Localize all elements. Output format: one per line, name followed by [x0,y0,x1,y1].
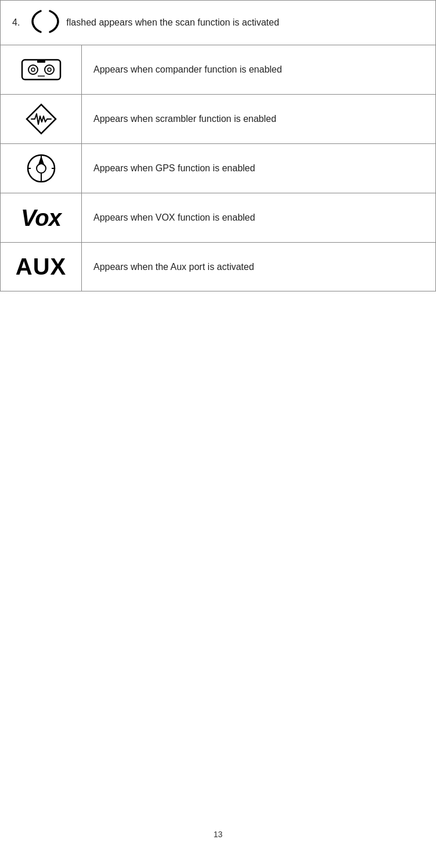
scan-row: 4. flashed appears when the scan functio… [0,0,436,45]
gps-description: Appears when GPS function is enabled [82,144,435,193]
aux-icon: Aux [16,254,66,280]
aux-icon-cell: Aux [1,243,82,291]
scrambler-description: Appears when scrambler function is enabl… [82,95,435,143]
gps-icon [26,153,56,183]
vox-row: vox Appears when VOX function is enabled [0,193,436,242]
page-number: 13 [0,818,436,851]
vox-icon-cell: vox [1,193,82,242]
compander-description: Appears when compander function is enabl… [82,45,435,94]
svg-rect-0 [22,60,60,80]
scrambler-icon [26,103,57,135]
compander-icon-cell [1,45,82,94]
svg-point-4 [48,68,51,71]
svg-point-2 [31,68,35,71]
vox-icon: vox [21,205,61,231]
svg-point-1 [28,65,38,74]
aux-row: Aux Appears when the Aux port is activat… [0,242,436,291]
svg-point-9 [37,164,46,173]
scan-icon [30,8,60,38]
gps-row: Appears when GPS function is enabled [0,143,436,193]
aux-description: Appears when the Aux port is activated [82,243,435,291]
scrambler-row: Appears when scrambler function is enabl… [0,94,436,143]
svg-point-3 [45,65,54,74]
vox-description: Appears when VOX function is enabled [82,193,435,242]
scrambler-icon-cell [1,95,82,143]
scan-number: 4. [12,17,20,28]
gps-icon-cell [1,144,82,193]
compander-icon [21,56,62,83]
scan-description: flashed appears when the scan function i… [66,17,279,28]
compander-row: Appears when compander function is enabl… [0,45,436,94]
svg-rect-6 [37,60,45,63]
